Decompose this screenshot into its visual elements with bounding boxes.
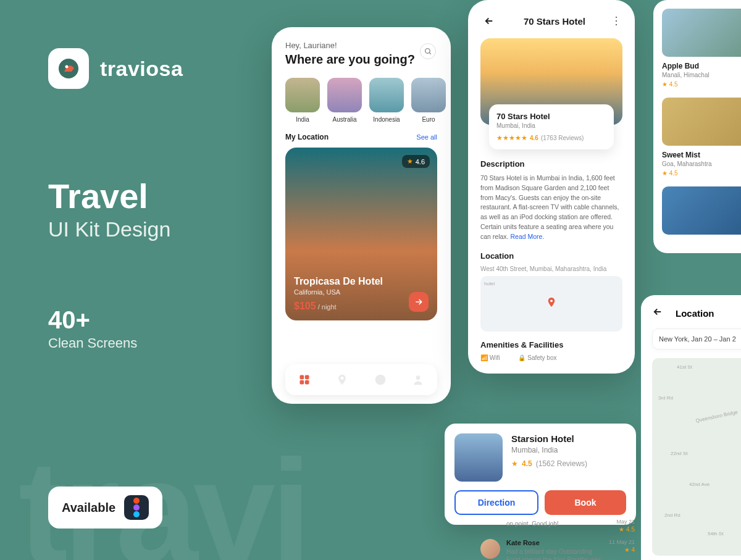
- svg-rect-7: [305, 380, 309, 385]
- svg-point-9: [416, 375, 421, 380]
- back-button[interactable]: [652, 306, 663, 320]
- screens-label: Clean Screens: [48, 335, 137, 351]
- rating-row: ★★★★★ 4.6 (1763 Reviews): [496, 134, 606, 142]
- logo-text: traviosa: [100, 57, 183, 81]
- svg-point-10: [550, 300, 553, 303]
- tab-profile[interactable]: [412, 374, 424, 386]
- svg-point-8: [375, 375, 385, 385]
- amenity-safety: 🔒 Safety box: [518, 354, 556, 361]
- list-item[interactable]: [662, 186, 741, 235]
- category-row: India Australia Indonesia Euro: [272, 67, 451, 123]
- list-screen: Apple Bud Manali, Himachal 4.5 Sweet Mis…: [653, 0, 741, 253]
- description-text: 70 Stars Hotel is in Mumbai in India, 1,…: [480, 173, 622, 241]
- logo-row: traviosa: [48, 48, 183, 89]
- starsion-image: [454, 433, 503, 482]
- hotel-location: Mumbai, India: [496, 122, 606, 129]
- back-button[interactable]: [480, 12, 498, 30]
- search-button[interactable]: [420, 43, 436, 59]
- headline-subtitle: UI Kit Design: [48, 217, 170, 241]
- category-indonesia[interactable]: Indonesia: [369, 78, 404, 123]
- page-title: 70 Stars Hotel: [524, 16, 585, 27]
- map-preview[interactable]: hotel: [480, 276, 622, 332]
- hotel-name: 70 Stars Hotel: [496, 112, 606, 121]
- featured-location: California, USA: [294, 288, 429, 296]
- list-item[interactable]: Sweet Mist Goa, Maharashtra 4.5: [662, 98, 741, 177]
- avatar: [480, 539, 500, 559]
- featured-rating: ★4.6: [402, 155, 430, 168]
- map-pin-icon: [546, 297, 557, 311]
- more-button[interactable]: ⋯: [610, 15, 624, 27]
- svg-rect-4: [299, 375, 304, 380]
- see-all-link[interactable]: See all: [416, 133, 437, 141]
- direction-button[interactable]: Direction: [454, 490, 538, 515]
- arrow-button[interactable]: [409, 292, 429, 312]
- home-screen: Hey, Lauriane! Where are you going? Indi…: [272, 27, 451, 404]
- description-heading: Description: [480, 159, 622, 169]
- amenity-wifi: 📶 Wifi: [480, 354, 500, 361]
- address-text: West 40th Street, Mumbai, Maharashtra, I…: [480, 265, 622, 272]
- tab-bar: [285, 364, 437, 395]
- figma-icon: [124, 495, 149, 520]
- headline-title: Travel: [48, 179, 170, 214]
- available-badge: Available: [48, 487, 162, 529]
- review-item: Kate Rose Had a brilliant stay Outstandi…: [480, 539, 635, 560]
- headline: Travel UI Kit Design: [48, 179, 170, 241]
- screens-count: 40+: [48, 306, 137, 334]
- read-more-link[interactable]: Read More: [510, 233, 542, 240]
- count-block: 40+ Clean Screens: [48, 306, 137, 351]
- category-india[interactable]: India: [285, 78, 320, 123]
- headline: Where are you going?: [285, 52, 437, 67]
- svg-line-3: [429, 52, 431, 54]
- amenities-row: 📶 Wifi 🔒 Safety box: [480, 354, 622, 361]
- tab-home[interactable]: [298, 374, 311, 386]
- svg-rect-6: [299, 380, 304, 385]
- tab-chat[interactable]: [374, 374, 387, 386]
- svg-rect-5: [305, 375, 309, 380]
- greeting: Hey, Lauriane!: [285, 41, 437, 50]
- logo-icon: [48, 48, 89, 89]
- reviews-list: on point. Good job! May 21★ 4.5 Kate Ros…: [480, 519, 635, 560]
- category-europe[interactable]: Euro: [411, 78, 446, 123]
- featured-title: Tropicasa De Hotel: [294, 276, 429, 287]
- map-title: Location: [676, 308, 714, 319]
- starsion-card: Starsion Hotel Mumbai, India ★ 4.5 (1562…: [445, 424, 636, 525]
- svg-point-2: [425, 48, 430, 53]
- book-button[interactable]: Book: [545, 490, 626, 515]
- section-label: My Location: [285, 133, 329, 141]
- amenities-heading: Amenities & Facilities: [480, 340, 622, 349]
- hotel-image: 70 Stars Hotel Mumbai, India ★★★★★ 4.6 (…: [480, 38, 622, 125]
- review-item: on point. Good job! May 21★ 4.5: [480, 519, 635, 533]
- featured-card[interactable]: ★4.6 Tropicasa De Hotel California, USA …: [285, 148, 437, 320]
- starsion-name: Starsion Hotel: [511, 433, 587, 444]
- detail-screen: 70 Stars Hotel ⋯ 70 Stars Hotel Mumbai, …: [468, 0, 635, 374]
- map-screen: Location New York, Jan 20 – Jan 2 41st S…: [641, 295, 741, 560]
- map-view[interactable]: 41st St 3rd Rd Queensboro Bridge 22nd St…: [652, 358, 741, 556]
- tab-location[interactable]: [336, 374, 348, 386]
- location-heading: Location: [480, 251, 622, 261]
- category-australia[interactable]: Australia: [327, 78, 362, 123]
- list-item[interactable]: Apple Bud Manali, Himachal 4.5: [662, 9, 741, 88]
- date-search-bar[interactable]: New York, Jan 20 – Jan 2: [652, 328, 741, 349]
- svg-point-1: [65, 65, 69, 69]
- starsion-location: Mumbai, India: [511, 446, 587, 454]
- starsion-rating: ★ 4.5 (1562 Reviews): [511, 459, 587, 468]
- available-label: Available: [62, 501, 115, 515]
- hotel-card: 70 Stars Hotel Mumbai, India ★★★★★ 4.6 (…: [489, 104, 614, 149]
